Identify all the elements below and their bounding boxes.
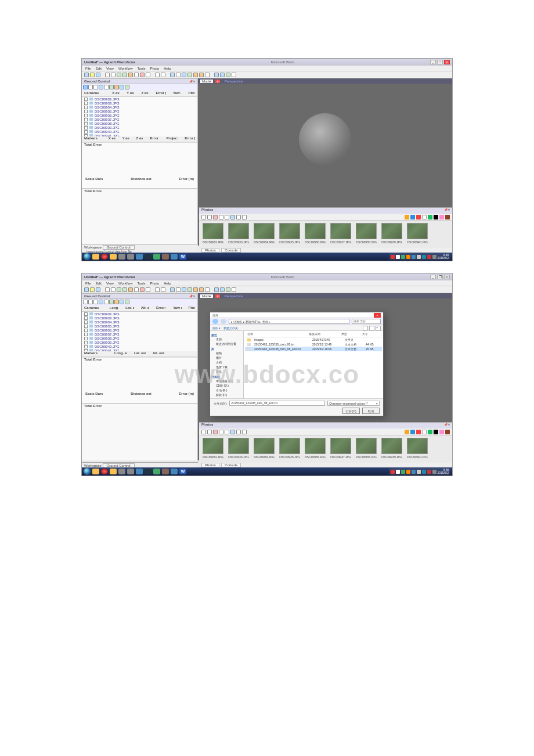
- settings-icon[interactable]: [99, 85, 103, 89]
- photo-delete-icon[interactable]: [213, 215, 218, 219]
- workspace-tab[interactable]: Ground Control: [103, 245, 135, 250]
- menu-file[interactable]: File: [85, 67, 91, 70]
- rect-select-icon[interactable]: [122, 73, 127, 77]
- zoom-icon[interactable]: [161, 73, 165, 77]
- tag-pink-icon[interactable]: [439, 215, 444, 219]
- menu-view[interactable]: View: [106, 67, 114, 70]
- region-icon[interactable]: [226, 73, 230, 77]
- update-icon[interactable]: [109, 85, 114, 89]
- tab-console[interactable]: Console: [221, 248, 241, 253]
- close-button[interactable]: ×: [444, 275, 450, 279]
- app-icon[interactable]: [127, 254, 134, 260]
- view-tab-close[interactable]: ×: [215, 80, 220, 83]
- undo-icon[interactable]: [105, 73, 110, 77]
- dense-icon[interactable]: [187, 73, 192, 77]
- tray-icon[interactable]: [412, 255, 416, 259]
- tab-photos[interactable]: Photos: [201, 248, 219, 253]
- view-tab-model[interactable]: Model: [200, 80, 213, 83]
- breadcrumb-path[interactable]: ▸ 计算机 ▸ 新软件(F:) ▸ 无标 ▸: [229, 319, 349, 324]
- search-input[interactable]: 搜索 无标: [352, 319, 381, 324]
- rotate-icon[interactable]: [146, 73, 150, 77]
- maximize-button[interactable]: □: [437, 60, 443, 64]
- app-icon[interactable]: [171, 254, 178, 260]
- file-row[interactable]: 20150402_123038_cam_08.txt 2015/5/2 13:4…: [245, 342, 382, 347]
- panel-pin-icon[interactable]: 📌 ×: [189, 80, 195, 83]
- close-button[interactable]: ×: [444, 60, 450, 64]
- organize-menu[interactable]: 组织 ▾: [212, 326, 221, 330]
- minimize-button[interactable]: _: [430, 275, 436, 279]
- filetype-select[interactable]: Character-separated values (*▾: [327, 401, 380, 406]
- folder-icon[interactable]: [110, 254, 117, 260]
- photo-tool-icon[interactable]: [242, 215, 247, 219]
- app-icon[interactable]: [145, 254, 151, 260]
- convert-icon[interactable]: [93, 85, 98, 89]
- tray-icon[interactable]: [432, 255, 436, 259]
- menu-workflow[interactable]: Workflow: [118, 67, 133, 70]
- open-icon[interactable]: [90, 73, 95, 77]
- app-icon[interactable]: [153, 254, 160, 260]
- lasso-icon[interactable]: [128, 73, 133, 77]
- tag-green-icon[interactable]: [428, 215, 432, 219]
- tag-brown-icon[interactable]: [445, 215, 450, 219]
- file-row[interactable]: images 2015/4/3 9:40 文件夹: [245, 337, 382, 342]
- tray-icon[interactable]: [406, 255, 410, 259]
- new-icon[interactable]: [84, 73, 89, 77]
- perspective-icon[interactable]: [170, 73, 175, 77]
- menu-edit[interactable]: Edit: [96, 67, 102, 70]
- app-icon[interactable]: [118, 254, 125, 260]
- tray-icon[interactable]: [401, 255, 405, 259]
- reset-icon[interactable]: [104, 85, 109, 89]
- optimize-icon[interactable]: [120, 85, 124, 89]
- app-icon[interactable]: [101, 254, 108, 260]
- new-folder-button[interactable]: 新建文件夹: [223, 326, 238, 330]
- help-icon[interactable]: ?: [376, 326, 381, 330]
- photos-strip[interactable]: DSC00932.JPG DSC00933.JPG DSC00934.JPG D…: [199, 221, 452, 248]
- back-button-icon[interactable]: [212, 319, 218, 324]
- view-errors-icon[interactable]: [114, 85, 119, 89]
- start-button-icon[interactable]: [84, 253, 91, 260]
- start-button-icon[interactable]: [84, 468, 91, 475]
- nav-icon[interactable]: [155, 73, 160, 77]
- tray-icon[interactable]: [422, 255, 426, 259]
- mesh-icon[interactable]: [193, 73, 198, 77]
- menu-help[interactable]: Help: [164, 67, 171, 70]
- pointcloud-icon[interactable]: [182, 73, 186, 77]
- photo-tool-icon[interactable]: [201, 215, 206, 219]
- view-mode-icon[interactable]: [363, 326, 368, 330]
- photo-tool-icon[interactable]: [225, 215, 229, 219]
- import-icon[interactable]: [83, 85, 88, 89]
- file-row-selected[interactable]: 20150402_123038_cam_08_edit.txt 2015/5/2…: [245, 347, 382, 351]
- dialog-close-button[interactable]: ×: [374, 313, 381, 318]
- tag-orange-icon[interactable]: [405, 215, 409, 219]
- preview-pane-icon[interactable]: [369, 326, 374, 330]
- open-button[interactable]: 打开(O): [342, 408, 360, 414]
- file-list[interactable]: 名称 修改日期 类型 大小 images 2015/4/3 9:40 文件夹: [244, 331, 383, 398]
- forward-button-icon[interactable]: [221, 319, 226, 324]
- solid-icon[interactable]: [199, 73, 204, 77]
- select-icon[interactable]: [117, 73, 121, 77]
- dialog-sidebar[interactable]: 最近 桌面 最近访问的位置 库 视频 图片 文档 迅雷下载 音乐 计算机 本地磁…: [210, 331, 244, 398]
- trackball-icon[interactable]: [232, 73, 236, 77]
- tray-icon[interactable]: [391, 255, 395, 259]
- tray-icon[interactable]: [417, 255, 421, 259]
- minimize-button[interactable]: _: [430, 60, 436, 64]
- view-icon[interactable]: [176, 73, 181, 77]
- menu-tools[interactable]: Tools: [137, 67, 145, 70]
- delete-icon[interactable]: [140, 73, 145, 77]
- photo-tool-icon[interactable]: [207, 215, 212, 219]
- cameras-icon[interactable]: [214, 73, 219, 77]
- word-icon[interactable]: W: [179, 254, 186, 260]
- crop-icon[interactable]: [134, 73, 139, 77]
- app-icon[interactable]: [162, 254, 169, 260]
- cancel-button[interactable]: 取消: [362, 408, 380, 414]
- camera-list[interactable]: DSC00932.JPG DSC00933.JPG DSC00934.JPG D…: [82, 97, 197, 136]
- explorer-icon[interactable]: [92, 254, 99, 260]
- trackball-gizmo[interactable]: [299, 113, 351, 165]
- tag-white-icon[interactable]: [422, 215, 427, 219]
- tray-icon[interactable]: [396, 255, 400, 259]
- filename-input[interactable]: 20150402_123038_cam_08_edit.txt: [229, 401, 325, 406]
- clock[interactable]: 9:48 2015/5/2: [438, 254, 449, 260]
- tray-icon[interactable]: [427, 255, 431, 259]
- check-icon[interactable]: [125, 85, 129, 89]
- app-icon[interactable]: [136, 254, 143, 260]
